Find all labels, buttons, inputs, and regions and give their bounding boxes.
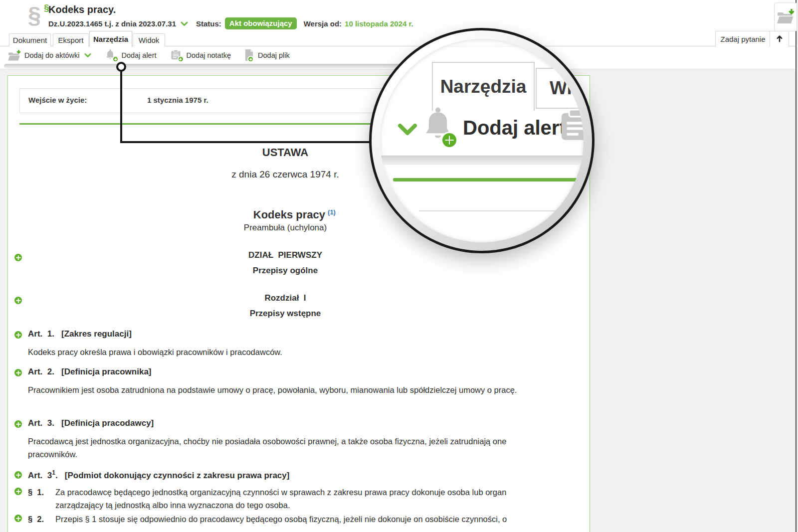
- chapter-heading: Rozdział I: [19, 293, 551, 303]
- expand-plus-icon[interactable]: [14, 515, 22, 522]
- magnified-tab-label: Narzędzia: [440, 76, 527, 97]
- paragraph-2: § 2. Przepis § 1 stosuje się odpowiednio…: [28, 513, 542, 526]
- chapter-subheading: Przepisy wstępne: [19, 309, 551, 319]
- chevron-down-icon[interactable]: [181, 19, 188, 28]
- callout-anchor-dot: [116, 62, 126, 72]
- article-heading: Art. 1. [Zakres regulacji]: [28, 329, 557, 339]
- status-label: Status:: [196, 19, 221, 28]
- article-number: Art. 3.: [28, 418, 54, 428]
- paragraph-1: § 1. Za pracodawcę będącego jednostką or…: [28, 486, 542, 512]
- version-label: Wersja od:: [304, 19, 342, 28]
- expand-plus-icon[interactable]: [14, 420, 22, 428]
- toolbar-item-label: Dodaj plik: [258, 51, 290, 59]
- folder-download-icon: [777, 9, 795, 25]
- expand-plus-icon[interactable]: [14, 369, 22, 376]
- expand-plus-icon[interactable]: [14, 471, 22, 479]
- article-heading: Art. 2. [Definicja pracownika]: [28, 367, 557, 377]
- journal-reference[interactable]: Dz.U.2023.1465 t.j. z dnia 2023.07.31: [48, 19, 176, 28]
- expand-plus-icon[interactable]: [14, 331, 22, 339]
- plus-badge-icon: [178, 56, 184, 62]
- article-3: Art. 3. [Definicja pracodawcy] Pracodawc…: [28, 418, 557, 461]
- article-number: Art. 1.: [28, 329, 54, 339]
- expand-plus-icon[interactable]: [14, 254, 22, 261]
- magnified-add-alert-label: Dodaj alert: [463, 117, 566, 139]
- article-number: Art. 3: [28, 471, 52, 480]
- paragraph-body: Przepis § 1 stosuje się odpowiednio do p…: [55, 513, 542, 526]
- add-to-briefcase-button[interactable]: Dodaj do aktówki: [8, 49, 91, 62]
- magnified-box-border: [419, 210, 568, 211]
- article-body: Kodeks pracy określa prawa i obowiązki p…: [28, 346, 547, 358]
- article-number-sup: 1: [52, 469, 55, 476]
- ask-question-button[interactable]: Zadaj pytanie: [715, 31, 771, 47]
- callout-line-vertical: [120, 71, 122, 143]
- chevron-down-icon: [397, 123, 418, 139]
- magnified-green-border: [393, 178, 584, 181]
- article-body: Pracodawcą jest jednostka organizacyjna,…: [28, 435, 547, 461]
- add-alert-button[interactable]: Dodaj alert: [105, 49, 156, 62]
- plus-badge-icon: [112, 56, 119, 62]
- tab-label: Widok: [139, 36, 160, 44]
- tab-label: Narzędzia: [93, 35, 128, 43]
- document-meta-row: Dz.U.2023.1465 t.j. z dnia 2023.07.31 St…: [48, 17, 413, 29]
- article-heading: Art. 31. [Podmiot dokonujący czynności z…: [28, 469, 557, 481]
- article-title: [Definicja pracownika]: [61, 367, 151, 376]
- article-3-1: Art. 31. [Podmiot dokonujący czynności z…: [28, 469, 557, 481]
- article-1: Art. 1. [Zakres regulacji] Kodeks pracy …: [28, 329, 557, 358]
- window-scroll-edge[interactable]: [796, 0, 797, 532]
- tab-narzedzia[interactable]: Narzędzia: [89, 31, 132, 47]
- tab-dokument[interactable]: Dokument: [9, 33, 51, 46]
- entry-into-force-label: Wejście w życie:: [28, 96, 87, 104]
- footnote-link[interactable]: (1): [328, 208, 336, 216]
- tab-widok[interactable]: Widok: [133, 33, 165, 46]
- file-add-icon: [244, 49, 254, 62]
- chevron-down-icon[interactable]: [84, 51, 91, 59]
- add-note-button[interactable]: Dodaj notatkę: [170, 49, 231, 62]
- article-title: [Definicja pracodawcy]: [61, 418, 154, 428]
- tab-label: Dokument: [13, 36, 47, 44]
- tab-eksport[interactable]: Eksport: [53, 33, 89, 46]
- note-add-icon: [558, 105, 584, 150]
- paragraph-number: § 1.: [28, 486, 55, 499]
- paragraph-sign-icon: §§: [28, 1, 41, 29]
- document-title: Kodeks pracy.: [48, 4, 116, 15]
- magnified-tab-narzedzia: Narzędzia: [432, 62, 535, 111]
- magnifier-content: Narzędzia Wid Dodaj alert: [380, 39, 584, 242]
- entry-into-force-value: 1 stycznia 1975 r.: [147, 96, 208, 104]
- magnified-toolbar-shadow: [380, 156, 584, 165]
- article-title: [Zakres regulacji]: [61, 329, 132, 339]
- paragraph-body: Za pracodawcę będącego jednostką organiz…: [55, 486, 542, 512]
- paragraph-number: § 2.: [28, 513, 55, 526]
- division-subheading: Przepisy ogólne: [19, 266, 551, 276]
- article-number: Art. 2.: [28, 367, 54, 376]
- act-title: Kodeks pracy: [253, 208, 325, 221]
- arrow-up-icon: [776, 34, 784, 44]
- add-file-button[interactable]: Dodaj plik: [244, 49, 290, 62]
- tab-label: Eksport: [58, 36, 84, 44]
- article-heading: Art. 3. [Definicja pracodawcy]: [28, 418, 557, 428]
- expand-plus-icon[interactable]: [14, 488, 22, 495]
- bell-add-icon: [421, 106, 456, 150]
- scroll-to-top-button[interactable]: [770, 31, 789, 47]
- note-add-icon: [170, 49, 183, 62]
- plus-badge-icon: [441, 132, 458, 149]
- toolbar-item-label: Dodaj do aktówki: [24, 51, 79, 59]
- plus-badge-icon: [247, 56, 254, 62]
- toolbar-item-label: Dodaj alert: [121, 51, 156, 59]
- ask-question-label: Zadaj pytanie: [720, 35, 765, 43]
- article-title: [Podmiot dokonujący czynności z zakresu …: [65, 471, 290, 480]
- article-2: Art. 2. [Definicja pracownika] Pracownik…: [28, 367, 557, 396]
- article-body: Pracownikiem jest osoba zatrudniona na p…: [28, 383, 547, 396]
- version-date[interactable]: 10 listopada 2024 r.: [345, 19, 413, 28]
- bell-add-icon: [105, 49, 118, 62]
- app-window: §§ Kodeks pracy. Dz.U.2023.1465 t.j. z d…: [0, 0, 798, 532]
- toolbar-item-label: Dodaj notatkę: [187, 51, 231, 59]
- document-toolbar: Dodaj do aktówki Dodaj alert: [8, 48, 290, 63]
- expand-plus-icon[interactable]: [14, 297, 22, 304]
- callout-line-horizontal: [120, 141, 376, 143]
- article-number-dot: .: [55, 471, 58, 480]
- folder-add-icon: [8, 49, 21, 62]
- magnifier-overlay: Narzędzia Wid Dodaj alert: [369, 28, 595, 253]
- briefcase-button[interactable]: [774, 2, 797, 31]
- status-badge: Akt obowiązujący: [225, 17, 297, 29]
